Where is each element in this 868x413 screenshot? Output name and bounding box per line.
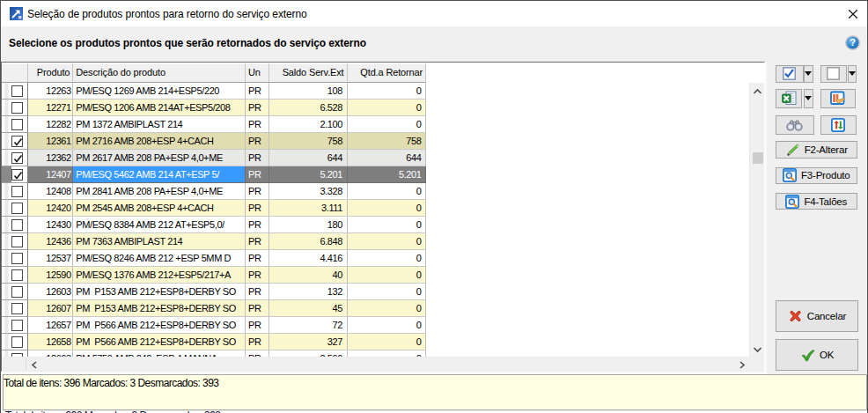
cell-un[interactable]: PR: [246, 133, 269, 150]
cell-un[interactable]: PR: [246, 284, 269, 300]
row-checkbox-cell[interactable]: [11, 100, 28, 116]
row-checkbox-cell[interactable]: [11, 83, 28, 100]
row-checkbox-unchecked[interactable]: [11, 219, 23, 231]
cell-descricao[interactable]: PM P566 AMB 212+ESP8+DERBY SO: [73, 317, 246, 334]
cell-saldo[interactable]: 40: [269, 267, 348, 284]
f4-taloes-button[interactable]: F4-Talões: [776, 193, 858, 210]
cell-qtd[interactable]: 0: [348, 200, 427, 217]
cell-produto[interactable]: 12537: [28, 250, 74, 267]
select-columns-button[interactable]: [820, 89, 857, 108]
row-checkbox-cell[interactable]: [11, 334, 28, 350]
cell-saldo[interactable]: 644: [269, 150, 348, 166]
row-checkbox-unchecked[interactable]: [11, 102, 23, 114]
cell-qtd[interactable]: 0: [348, 250, 427, 267]
row-checkbox-unchecked[interactable]: [11, 320, 23, 331]
row-checkbox-cell[interactable]: [11, 133, 28, 150]
table-row[interactable]: 12590PM/ESQ 1376 AMB 212+ESP5/217+APR400: [2, 267, 749, 284]
column-header-qtd[interactable]: Qtd.a Retornar: [348, 63, 427, 83]
row-checkbox-checked[interactable]: [11, 169, 23, 181]
row-checkbox-unchecked[interactable]: [11, 336, 23, 348]
table-row[interactable]: 12430PM/ESQ 8384 AMB 212 AT+ESP5,0/PR180…: [2, 217, 749, 233]
cell-descricao[interactable]: PM/ESQ 8246 AMB 212 +ESP 5MM D: [73, 250, 246, 267]
cell-produto[interactable]: 12436: [28, 233, 74, 250]
cell-produto[interactable]: 12603: [28, 284, 74, 300]
cell-qtd[interactable]: 5.201: [348, 166, 427, 183]
cell-produto[interactable]: 12271: [28, 100, 74, 116]
cell-qtd[interactable]: 0: [348, 183, 427, 200]
cell-saldo[interactable]: 6.848: [269, 233, 348, 250]
table-row[interactable]: 12657PM P566 AMB 212+ESP8+DERBY SOPR720: [2, 317, 749, 334]
table-row[interactable]: 12603PM P153 AMB 212+ESP8+DERBY SOPR1320: [2, 284, 749, 300]
column-header-un[interactable]: Un: [246, 63, 269, 83]
column-header-saldo[interactable]: Saldo Serv.Ext: [269, 63, 348, 83]
table-row[interactable]: 12361PM 2716 AMB 208+ESP 4+CACHPR758758: [2, 133, 749, 150]
table-row[interactable]: 12408PM 2841 AMB 208 PA+ESP 4,0+MEPR3.32…: [2, 183, 749, 200]
cell-produto[interactable]: 12658: [28, 334, 74, 350]
table-row[interactable]: 12362PM 2617 AMB 208 PA+ESP 4,0+MEPR6446…: [2, 150, 749, 166]
scroll-down-icon[interactable]: [753, 346, 762, 353]
row-checkbox-unchecked[interactable]: [11, 303, 23, 314]
vertical-scroll-thumb[interactable]: [753, 152, 763, 164]
cancel-button[interactable]: Cancelar: [776, 300, 858, 332]
cell-descricao[interactable]: PM 2617 AMB 208 PA+ESP 4,0+ME: [73, 150, 246, 166]
row-checkbox-unchecked[interactable]: [11, 119, 23, 130]
table-row[interactable]: 12436PM 7363 AMBIPLAST 214PR6.8480: [2, 233, 749, 250]
vertical-scrollbar[interactable]: [749, 83, 764, 357]
uncheck-all-button[interactable]: [820, 65, 847, 84]
table-row[interactable]: 12407PM/ESQ 5462 AMB 214 AT+ESP 5/PR5.20…: [2, 166, 749, 183]
cell-qtd[interactable]: 0: [348, 317, 427, 334]
cell-descricao[interactable]: PM 2716 AMB 208+ESP 4+CACH: [73, 133, 246, 150]
cell-produto[interactable]: 12657: [28, 317, 74, 334]
cell-un[interactable]: PR: [246, 250, 269, 267]
cell-un[interactable]: PR: [246, 267, 269, 284]
cell-descricao[interactable]: PM 7363 AMBIPLAST 214: [73, 233, 246, 250]
scroll-right-icon[interactable]: [739, 361, 746, 369]
cell-un[interactable]: PR: [246, 150, 269, 166]
row-checkbox-unchecked[interactable]: [11, 269, 23, 281]
cell-qtd[interactable]: 0: [348, 267, 427, 284]
row-checkbox-unchecked[interactable]: [11, 186, 23, 197]
check-all-button[interactable]: [776, 65, 804, 84]
column-header-produto[interactable]: Produto: [28, 63, 74, 83]
cell-descricao[interactable]: PM/ESQ 1206 AMB 214AT+ESP5/208: [73, 100, 246, 116]
row-checkbox-unchecked[interactable]: [11, 286, 23, 298]
row-checkbox-unchecked[interactable]: [11, 203, 23, 214]
cell-qtd[interactable]: 758: [348, 133, 427, 150]
cell-qtd[interactable]: 0: [348, 116, 427, 133]
table-row[interactable]: 12271PM/ESQ 1206 AMB 214AT+ESP5/208PR6.5…: [2, 100, 749, 116]
cell-qtd[interactable]: 0: [348, 233, 427, 250]
cell-qtd[interactable]: 0: [348, 300, 427, 317]
cell-saldo[interactable]: 180: [269, 217, 348, 233]
cell-descricao[interactable]: PM P153 AMB 212+ESP8+DERBY SO: [73, 284, 246, 300]
cell-descricao[interactable]: PM/ESQ 1269 AMB 214+ESP5/220: [73, 83, 246, 100]
cell-saldo[interactable]: 2.100: [269, 116, 348, 133]
cell-un[interactable]: PR: [246, 217, 269, 233]
row-checkbox-unchecked[interactable]: [11, 253, 23, 264]
close-button[interactable]: [837, 1, 867, 26]
cell-saldo[interactable]: 108: [269, 83, 348, 100]
row-checkbox-cell[interactable]: [11, 317, 28, 334]
cell-saldo[interactable]: 132: [269, 284, 348, 300]
cell-un[interactable]: PR: [246, 166, 269, 183]
cell-qtd[interactable]: 644: [348, 150, 427, 166]
row-checkbox-unchecked[interactable]: [11, 85, 23, 97]
cell-descricao[interactable]: PM 2841 AMB 208 PA+ESP 4,0+ME: [73, 183, 246, 200]
cell-un[interactable]: PR: [246, 233, 269, 250]
cell-descricao[interactable]: PM 2545 AMB 208+ESP 4+CACH: [73, 200, 246, 217]
table-row[interactable]: 12658PM P566 AMB 212+ESP8+DERBY SOPR3270: [2, 334, 749, 350]
table-row[interactable]: 12537PM/ESQ 8246 AMB 212 +ESP 5MM DPR4.4…: [2, 250, 749, 267]
row-checkbox-cell[interactable]: [11, 284, 28, 300]
row-checkbox-checked[interactable]: [11, 136, 23, 147]
scroll-left-icon[interactable]: [31, 361, 38, 369]
export-dropdown[interactable]: [804, 89, 813, 108]
cell-produto[interactable]: 12408: [28, 183, 74, 200]
f2-alterar-button[interactable]: F2-Alterar: [776, 141, 858, 159]
table-row[interactable]: 12607PM P153 AMB 212+ESP8+DERBY SOPR450: [2, 300, 749, 317]
title-bar[interactable]: Seleção de produtos prontos para retorno…: [1, 1, 867, 26]
row-checkbox-cell[interactable]: [11, 217, 28, 233]
cell-descricao[interactable]: PM/ESQ 8384 AMB 212 AT+ESP5,0/: [73, 217, 246, 233]
cell-saldo[interactable]: 3.111: [269, 200, 348, 217]
cell-qtd[interactable]: 0: [348, 83, 427, 100]
cell-produto[interactable]: 12407: [28, 166, 74, 183]
cell-un[interactable]: PR: [246, 317, 269, 334]
